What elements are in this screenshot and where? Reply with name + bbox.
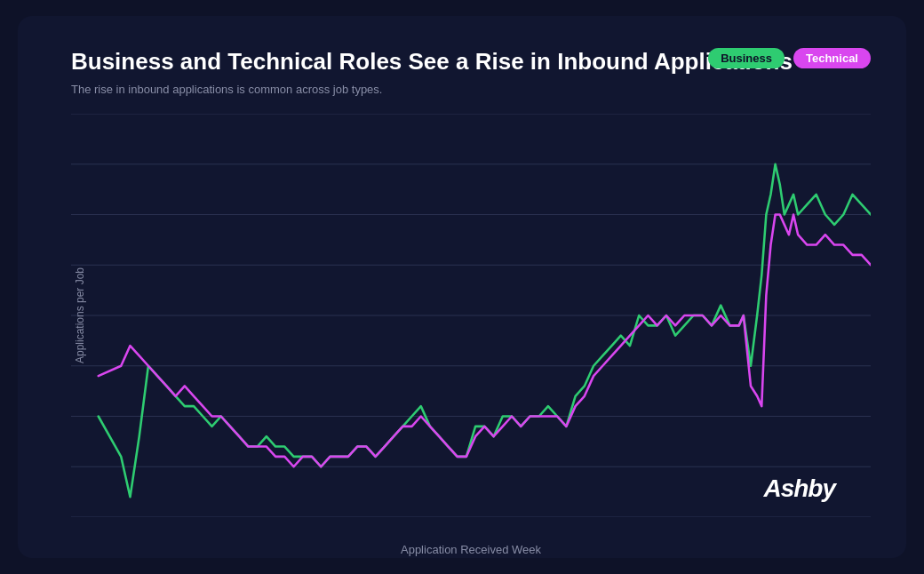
legend: Business Technical (708, 48, 871, 68)
legend-business: Business (708, 48, 785, 68)
chart-area: Applications per Job Application Receive… (71, 114, 871, 517)
business-line (99, 164, 871, 498)
legend-technical: Technical (793, 48, 871, 68)
chart-svg: 0 5 10 15 20 25 30 35 40 Jan '21 July Ja… (71, 114, 871, 517)
chart-subtitle: The rise in inbound applications is comm… (71, 83, 871, 96)
chart-container: Business and Technical Roles See a Rise … (18, 16, 906, 558)
x-axis-label: Application Received Week (401, 543, 541, 556)
ashby-logo: Ashby (763, 474, 835, 503)
y-axis-label: Applications per Job (74, 267, 86, 363)
